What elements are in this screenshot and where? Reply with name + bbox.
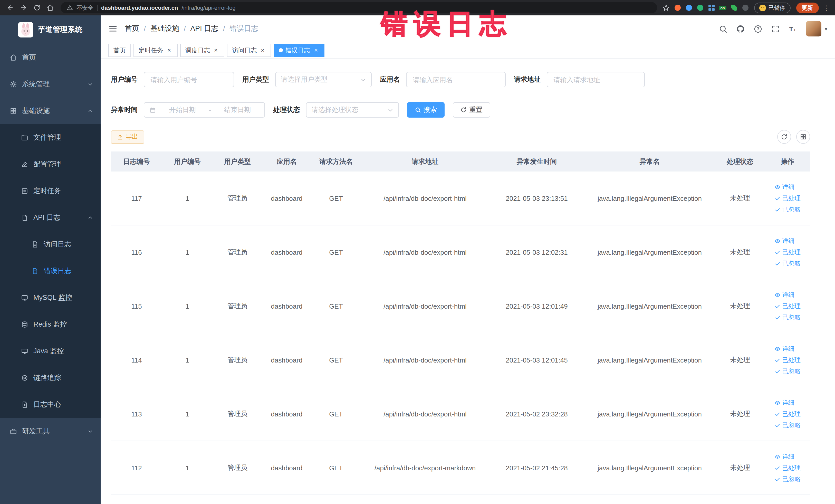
status-select[interactable]: 请选择处理状态 bbox=[306, 102, 399, 118]
detail-link[interactable]: 详细 bbox=[774, 290, 794, 299]
sidebar-item-scheduled-tasks[interactable]: 定时任务 bbox=[0, 178, 101, 204]
cell-status: 未处理 bbox=[715, 463, 765, 472]
tab-home[interactable]: 首页 bbox=[108, 44, 131, 57]
home-button[interactable] bbox=[44, 2, 57, 14]
sidebar-item-config-management[interactable]: 配置管理 bbox=[0, 151, 101, 178]
user-type-select[interactable]: 请选择用户类型 bbox=[275, 72, 372, 87]
search-button[interactable]: 搜索 bbox=[407, 102, 445, 118]
profile-paused-badge[interactable]: 已暂停 bbox=[754, 2, 790, 13]
check-icon bbox=[774, 315, 780, 320]
user-menu[interactable]: ▾ bbox=[806, 21, 827, 37]
back-button[interactable] bbox=[4, 2, 16, 14]
ignored-link[interactable]: 已忽略 bbox=[774, 475, 801, 483]
logo[interactable]: 芋道管理系统 bbox=[0, 15, 101, 44]
close-icon[interactable]: × bbox=[259, 47, 266, 54]
close-icon[interactable]: × bbox=[313, 47, 319, 54]
cell-method: GET bbox=[311, 464, 361, 472]
sidebar-item-java-monitor[interactable]: Java 监控 bbox=[0, 338, 101, 365]
ignored-link[interactable]: 已忽略 bbox=[774, 205, 801, 214]
font-size-icon[interactable]: TT bbox=[789, 24, 797, 33]
sidebar-item-log-center[interactable]: 日志中心 bbox=[0, 391, 101, 418]
detail-link[interactable]: 详细 bbox=[774, 452, 794, 461]
extension-drop-icon[interactable] bbox=[684, 3, 694, 13]
sidebar-item-file-management[interactable]: 文件管理 bbox=[0, 124, 101, 151]
github-icon[interactable] bbox=[736, 24, 745, 33]
column-header: 异常名 bbox=[584, 157, 715, 166]
search-icon[interactable] bbox=[719, 24, 728, 33]
detail-link[interactable]: 详细 bbox=[774, 183, 794, 191]
ignored-link[interactable]: 已忽略 bbox=[774, 421, 801, 429]
processed-link[interactable]: 已处理 bbox=[774, 302, 801, 310]
cell-app: dashboard bbox=[262, 248, 311, 256]
extension-on-badge-icon[interactable]: on bbox=[717, 3, 728, 13]
tab-access-log[interactable]: 访问日志 × bbox=[227, 44, 271, 57]
reset-button[interactable]: 重置 bbox=[453, 102, 490, 118]
cell-url: /api/infra/db-doc/export-markdown bbox=[361, 464, 489, 472]
extension-green-icon[interactable] bbox=[695, 3, 705, 13]
chrome-update-button[interactable]: 更新 bbox=[796, 2, 819, 13]
end-date-placeholder: 结束日期 bbox=[216, 105, 259, 115]
sidebar-item-mysql-monitor[interactable]: MySQL 监控 bbox=[0, 284, 101, 311]
close-icon[interactable]: × bbox=[166, 47, 172, 54]
extension-adblock-icon[interactable] bbox=[672, 3, 683, 13]
export-button[interactable]: 导出 bbox=[111, 130, 144, 143]
processed-link[interactable]: 已处理 bbox=[774, 463, 801, 472]
sidebar-item-system-management[interactable]: 系统管理 bbox=[0, 71, 101, 98]
cell-exception: java.lang.IllegalArgumentException bbox=[584, 248, 715, 256]
sidebar-item-access-log[interactable]: 访问日志 bbox=[0, 231, 101, 258]
cell-user-type: 管理员 bbox=[212, 247, 262, 257]
processed-label: 已处理 bbox=[782, 248, 801, 257]
sidebar-item-redis-monitor[interactable]: Redis 监控 bbox=[0, 311, 101, 338]
date-range-picker[interactable]: 开始日期 - 结束日期 bbox=[144, 102, 265, 118]
cell-exception: java.lang.IllegalArgumentException bbox=[584, 302, 715, 310]
sidebar-item-label: 研发工具 bbox=[22, 427, 50, 436]
sidebar-item-api-log[interactable]: API 日志 bbox=[0, 204, 101, 231]
column-settings-button[interactable] bbox=[796, 130, 810, 144]
extension-apps-grid-icon[interactable] bbox=[706, 3, 716, 13]
detail-link[interactable]: 详细 bbox=[774, 344, 794, 353]
fullscreen-icon[interactable] bbox=[771, 24, 780, 33]
bookmark-star-icon[interactable] bbox=[661, 3, 671, 13]
forward-button[interactable] bbox=[18, 2, 30, 14]
close-icon[interactable]: × bbox=[212, 47, 219, 54]
ignored-link[interactable]: 已忽略 bbox=[774, 367, 801, 376]
filter-label: 处理状态 bbox=[273, 105, 300, 115]
user-id-input[interactable] bbox=[144, 72, 234, 87]
tab-dispatch-log[interactable]: 调度日志 × bbox=[180, 44, 224, 57]
tab-scheduled-tasks[interactable]: 定时任务 × bbox=[134, 44, 178, 57]
ignored-link[interactable]: 已忽略 bbox=[774, 313, 801, 322]
ignored-link[interactable]: 已忽略 bbox=[774, 259, 801, 268]
hamburger-icon[interactable] bbox=[108, 24, 118, 33]
tab-error-log[interactable]: 错误日志 × bbox=[273, 44, 324, 57]
reload-button[interactable] bbox=[31, 2, 43, 14]
sidebar-item-trace[interactable]: 链路追踪 bbox=[0, 365, 101, 391]
cell-method: GET bbox=[311, 248, 361, 256]
processed-link[interactable]: 已处理 bbox=[774, 409, 801, 418]
detail-link[interactable]: 详细 bbox=[774, 237, 794, 245]
detail-link[interactable]: 详细 bbox=[774, 398, 794, 407]
breadcrumb-infrastructure[interactable]: 基础设施 bbox=[150, 24, 179, 33]
sidebar-item-home[interactable]: 首页 bbox=[0, 44, 101, 71]
cell-method: GET bbox=[311, 356, 361, 364]
breadcrumb-api-log[interactable]: API 日志 bbox=[190, 24, 219, 33]
detail-label: 详细 bbox=[782, 183, 794, 191]
app-name-input[interactable] bbox=[406, 72, 506, 87]
processed-label: 已处理 bbox=[782, 463, 801, 472]
extension-leaf-icon[interactable] bbox=[729, 3, 739, 13]
sidebar-item-dev-tools[interactable]: 研发工具 bbox=[0, 418, 101, 445]
refresh-table-button[interactable] bbox=[777, 130, 791, 144]
breadcrumb-home[interactable]: 首页 bbox=[125, 24, 139, 33]
help-icon[interactable] bbox=[754, 24, 762, 33]
sidebar-item-infrastructure[interactable]: 基础设施 bbox=[0, 98, 101, 124]
processed-link[interactable]: 已处理 bbox=[774, 248, 801, 257]
chrome-menu-icon[interactable]: ⋮ bbox=[822, 4, 831, 12]
sidebar-item-error-log[interactable]: 错误日志 bbox=[0, 258, 101, 284]
processed-label: 已处理 bbox=[782, 302, 801, 310]
address-bar[interactable]: 不安全 dashboard.yudao.iocoder.cn /infra/lo… bbox=[61, 2, 657, 13]
processed-link[interactable]: 已处理 bbox=[774, 194, 801, 203]
request-url-input[interactable] bbox=[547, 72, 645, 87]
column-header: 请求地址 bbox=[361, 157, 489, 166]
extension-plug-icon[interactable] bbox=[740, 3, 750, 13]
processed-link[interactable]: 已处理 bbox=[774, 356, 801, 364]
view-icon bbox=[774, 184, 780, 190]
